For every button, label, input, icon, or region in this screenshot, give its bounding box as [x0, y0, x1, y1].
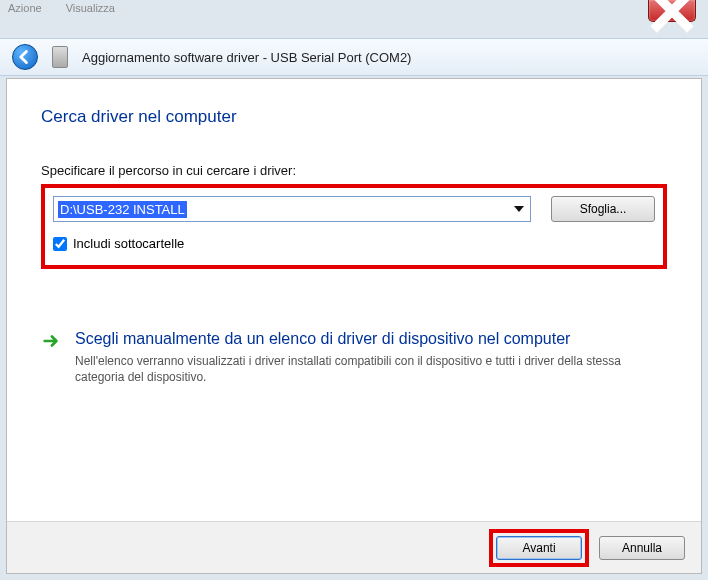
include-subfolders-label: Includi sottocartelle	[73, 236, 184, 251]
pick-from-list-option[interactable]: Scegli manualmente da un elenco di drive…	[41, 329, 667, 385]
wizard-title: Aggiornamento software driver - USB Seri…	[82, 50, 411, 65]
titlebar	[0, 0, 708, 30]
back-button[interactable]	[12, 44, 38, 70]
path-combobox[interactable]: D:\USB-232 INSTALL	[53, 196, 531, 222]
cancel-button[interactable]: Annulla	[599, 536, 685, 560]
dialog-body: Cerca driver nel computer Specificare il…	[6, 78, 702, 574]
close-button[interactable]	[648, 0, 696, 22]
next-button-highlight: Avanti	[489, 529, 589, 567]
next-button[interactable]: Avanti	[496, 536, 582, 560]
path-label: Specificare il percorso in cui cercare i…	[41, 163, 667, 178]
path-value: D:\USB-232 INSTALL	[58, 201, 187, 218]
content-area: Cerca driver nel computer Specificare il…	[7, 79, 701, 521]
wizard-header: Aggiornamento software driver - USB Seri…	[0, 38, 708, 76]
arrow-right-icon	[41, 329, 61, 350]
option-title: Scegli manualmente da un elenco di drive…	[75, 329, 667, 349]
path-section-highlight: D:\USB-232 INSTALL Sfoglia... Includi so…	[41, 184, 667, 269]
include-subfolders-checkbox[interactable]	[53, 237, 67, 251]
arrow-left-icon	[18, 50, 32, 64]
path-row: D:\USB-232 INSTALL Sfoglia...	[53, 196, 655, 222]
include-subfolders-row[interactable]: Includi sottocartelle	[53, 236, 655, 251]
close-icon	[649, 0, 695, 34]
dialog-footer: Avanti Annulla	[7, 521, 701, 573]
option-text: Scegli manualmente da un elenco di drive…	[75, 329, 667, 385]
chevron-down-icon	[514, 206, 524, 212]
browse-button[interactable]: Sfoglia...	[551, 196, 655, 222]
device-icon	[52, 46, 68, 68]
option-subtitle: Nell'elenco verranno visualizzati i driv…	[75, 353, 667, 385]
page-heading: Cerca driver nel computer	[41, 107, 667, 127]
